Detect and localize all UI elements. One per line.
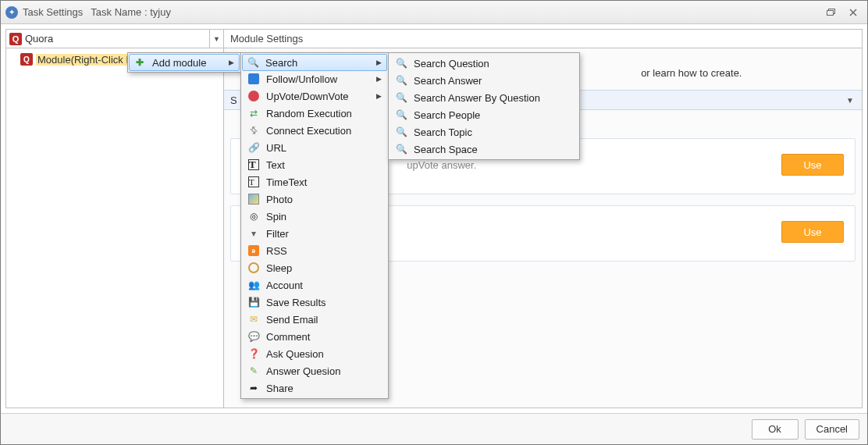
menu-item-label: Account bbox=[266, 279, 371, 291]
mail-icon: ✉ bbox=[246, 312, 261, 327]
context-menu-level-1[interactable]: ✚ Add module ▶ bbox=[127, 52, 241, 73]
menu-item-rss[interactable]: ๑RSS bbox=[243, 242, 386, 259]
close-icon bbox=[848, 8, 858, 17]
menu-item-search-answer-by-question[interactable]: 🔍Search Answer By Question bbox=[390, 89, 578, 106]
search-icon: 🔍 bbox=[393, 141, 409, 157]
menu-item-ask-quesion[interactable]: ❓Ask Quesion bbox=[243, 345, 386, 362]
menu-item-search-people[interactable]: 🔍Search People bbox=[390, 106, 578, 123]
menu-item-label: Comment bbox=[266, 331, 371, 343]
restore-button[interactable] bbox=[822, 5, 841, 20]
search-icon: 🔍 bbox=[393, 55, 409, 71]
menu-item-answer-quesion[interactable]: ✎Answer Quesion bbox=[243, 362, 386, 379]
menu-item-follow-unfollow[interactable]: Follow/Unfollow▶ bbox=[243, 70, 386, 87]
menu-item-label: Filter bbox=[266, 228, 371, 240]
menu-item-upvote-downvote[interactable]: UpVote/DownVote▶ bbox=[243, 87, 386, 105]
menu-item-search-topic[interactable]: 🔍Search Topic bbox=[390, 123, 578, 141]
account-icon: 👥 bbox=[246, 277, 261, 293]
menu-item-label: Add module bbox=[152, 57, 224, 69]
menu-item-label: UpVote/DownVote bbox=[266, 91, 371, 102]
menu-item-label: URL bbox=[266, 142, 371, 154]
menu-item-random-execution[interactable]: ⇄Random Execution bbox=[243, 105, 386, 122]
menu-item-search-question[interactable]: 🔍Search Question bbox=[390, 55, 578, 72]
module-settings-header: Module Settings bbox=[224, 30, 862, 48]
upvote-icon bbox=[246, 88, 261, 104]
ask-icon: ❓ bbox=[246, 346, 261, 361]
menu-item-comment[interactable]: 💬Comment bbox=[243, 328, 386, 345]
menu-item-send-email[interactable]: ✉Send Email bbox=[243, 311, 386, 328]
menu-item-label: Answer Quesion bbox=[266, 365, 371, 377]
context-menu-level-2[interactable]: 🔍Search▶Follow/Unfollow▶UpVote/DownVote▶… bbox=[240, 52, 389, 399]
footer: Ok Cancel bbox=[1, 413, 867, 444]
menu-item-label: Random Execution bbox=[266, 108, 371, 119]
menu-item-label: Follow/Unfollow bbox=[266, 73, 371, 85]
menu-item-sleep[interactable]: Sleep bbox=[243, 259, 386, 276]
menu-item-label: Search bbox=[265, 57, 372, 69]
chevron-down-icon[interactable]: ▼ bbox=[209, 30, 223, 48]
search-icon: 🔍 bbox=[245, 55, 261, 70]
menu-item-url[interactable]: 🔗URL bbox=[243, 139, 386, 156]
comment-icon: 💬 bbox=[246, 329, 261, 344]
rss-icon: ๑ bbox=[246, 243, 261, 258]
menu-item-label: Share bbox=[266, 383, 371, 394]
text-icon: T bbox=[246, 157, 261, 173]
task-settings-window: ✦ Task Settings Task Name : tyjuy Q Quor… bbox=[0, 0, 868, 445]
follow-icon bbox=[246, 71, 261, 87]
titlebar: ✦ Task Settings Task Name : tyjuy bbox=[1, 1, 867, 24]
context-menu-level-3[interactable]: 🔍Search Question🔍Search Answer🔍Search An… bbox=[388, 52, 580, 160]
menu-item-photo[interactable]: Photo bbox=[243, 190, 386, 208]
menu-item-label: Photo bbox=[266, 194, 371, 205]
menu-item-label: RSS bbox=[266, 245, 371, 257]
answer-icon: ✎ bbox=[246, 363, 261, 379]
menu-item-label: Search People bbox=[414, 109, 562, 121]
left-panel: Q Quora ▼ Q Module(Right-Click Here) bbox=[5, 29, 224, 408]
photo-icon bbox=[246, 191, 261, 207]
share-icon: ➦ bbox=[246, 380, 261, 396]
ok-button[interactable]: Ok bbox=[752, 419, 799, 440]
menu-item-connect-execution[interactable]: ⇆Connect Execution bbox=[243, 122, 386, 139]
module-tree[interactable]: Q Module(Right-Click Here) bbox=[6, 48, 223, 408]
restore-icon bbox=[827, 9, 836, 16]
menu-item-label: Search Topic bbox=[414, 126, 562, 138]
menu-item-label: Save Results bbox=[266, 297, 371, 308]
site-combobox[interactable]: Q Quora ▼ bbox=[6, 30, 223, 48]
spin-icon: ◎ bbox=[246, 208, 261, 224]
search-icon: 🔍 bbox=[393, 107, 409, 123]
menu-item-label: Search Answer By Question bbox=[414, 92, 562, 104]
quora-icon: Q bbox=[20, 53, 33, 66]
chevron-right-icon: ▶ bbox=[376, 75, 382, 83]
svg-rect-1 bbox=[827, 10, 834, 15]
menu-item-add-module[interactable]: ✚ Add module ▶ bbox=[129, 54, 240, 71]
task-name-label: Task Name : tyjuy bbox=[91, 6, 171, 18]
menu-item-search-answer[interactable]: 🔍Search Answer bbox=[390, 72, 578, 89]
menu-item-account[interactable]: 👥Account bbox=[243, 276, 386, 294]
hint-text-visible: or learn how to create. bbox=[641, 67, 742, 79]
menu-item-label: Search Space bbox=[414, 144, 562, 155]
menu-item-text[interactable]: TText bbox=[243, 156, 386, 173]
link-icon: 🔗 bbox=[246, 140, 261, 155]
close-button[interactable] bbox=[844, 5, 863, 20]
connect-icon: ⇆ bbox=[243, 119, 265, 141]
menu-item-search-space[interactable]: 🔍Search Space bbox=[390, 141, 578, 158]
menu-item-spin[interactable]: ◎Spin bbox=[243, 208, 386, 225]
chevron-down-icon: ▼ bbox=[846, 96, 854, 105]
menu-item-save-results[interactable]: 💾Save Results bbox=[243, 294, 386, 311]
filter-icon: ▾ bbox=[246, 226, 261, 241]
menu-item-label: TimeText bbox=[266, 176, 371, 188]
menu-item-search[interactable]: 🔍Search▶ bbox=[242, 54, 387, 71]
menu-item-share[interactable]: ➦Share bbox=[243, 379, 386, 397]
menu-item-label: Search Answer bbox=[414, 75, 562, 87]
use-button[interactable]: Use bbox=[781, 221, 844, 243]
use-button[interactable]: Use bbox=[781, 154, 844, 176]
menu-item-timetext[interactable]: TTimeText bbox=[243, 173, 386, 190]
menu-item-filter[interactable]: ▾Filter bbox=[243, 225, 386, 242]
chevron-right-icon: ▶ bbox=[376, 59, 382, 66]
search-icon: 🔍 bbox=[393, 124, 409, 140]
menu-item-label: Text bbox=[266, 159, 371, 171]
save-icon: 💾 bbox=[246, 294, 261, 310]
cancel-button[interactable]: Cancel bbox=[805, 419, 859, 440]
window-title: Task Settings bbox=[23, 6, 83, 18]
menu-item-label: Send Email bbox=[266, 314, 371, 326]
quora-icon: Q bbox=[9, 33, 22, 45]
search-icon: 🔍 bbox=[393, 90, 409, 105]
plus-icon: ✚ bbox=[132, 55, 148, 70]
